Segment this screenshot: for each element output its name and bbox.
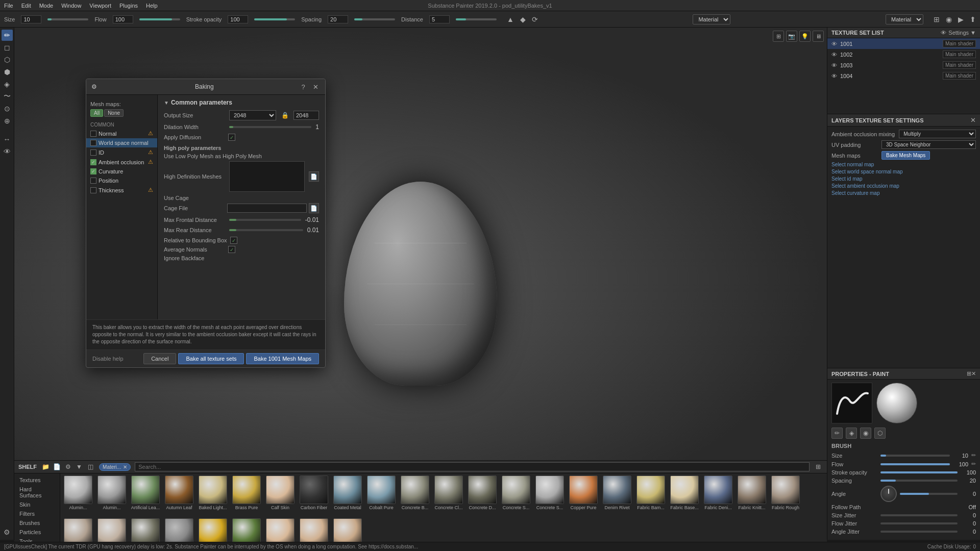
blend-mode-select[interactable]: Multiply — [899, 130, 976, 138]
shelf-material-24[interactable]: Fabric Suit... — [130, 518, 161, 542]
shelf-file-icon[interactable]: 📄 — [52, 462, 61, 471]
vp-icon-display[interactable]: 🖥 — [813, 31, 824, 42]
menu-help[interactable]: Help — [146, 3, 158, 9]
map-item-curvature[interactable]: ✓ Curvature — [86, 167, 157, 176]
dilation-slider[interactable] — [229, 126, 311, 128]
pp-brush-icon[interactable]: ✏ — [831, 428, 843, 439]
thick-checkbox[interactable] — [90, 187, 96, 193]
flow-slider[interactable] — [139, 18, 180, 20]
shelf-filter-close[interactable]: ✕ — [123, 464, 127, 470]
shelf-folder-icon[interactable]: 📁 — [41, 462, 50, 471]
stroke-opacity-slider[interactable] — [254, 18, 295, 20]
menu-mode[interactable]: Mode — [39, 3, 54, 9]
spacing-slider[interactable] — [354, 18, 395, 20]
shelf-material-17[interactable]: Fabric Bam... — [635, 475, 667, 516]
shelf-material-14[interactable]: Concrete S... — [534, 475, 566, 516]
common-params-header[interactable]: ▼ Common parameters — [164, 99, 319, 106]
spacing-input[interactable] — [328, 15, 348, 23]
ao-checkbox[interactable]: ✓ — [90, 159, 96, 165]
shelf-material-28[interactable]: Human Bac... — [264, 518, 296, 542]
tool-smudge[interactable]: 〜 — [2, 91, 13, 102]
shelf-material-7[interactable]: Carbon Fiber — [298, 475, 330, 516]
pp-close-icon[interactable]: ✕ — [971, 370, 976, 377]
pp-material-icon[interactable]: ◉ — [860, 428, 871, 439]
size-input[interactable] — [21, 15, 41, 23]
tool-material[interactable]: ◈ — [2, 79, 13, 90]
normal-checkbox[interactable] — [90, 131, 96, 137]
menu-plugins[interactable]: Plugins — [119, 3, 138, 9]
bake-mesh-maps-btn[interactable]: Bake Mesh Maps — [881, 151, 930, 160]
baking-help-btn[interactable]: ? — [299, 82, 308, 91]
viewport-dropdown-left[interactable]: Material — [693, 14, 730, 24]
tool-settings[interactable]: ⚙ — [2, 527, 13, 538]
shelf-nav-tools[interactable]: Tools — [14, 537, 60, 542]
tool-eraser[interactable]: ◻ — [2, 42, 13, 53]
tsl-eye-icon[interactable]: 👁 — [941, 30, 946, 36]
output-size-input2[interactable] — [293, 111, 319, 120]
tsl-item-1003[interactable]: 👁 1003 Main shader — [827, 60, 980, 70]
shelf-nav-particles[interactable]: Particles — [14, 528, 60, 537]
shelf-material-22[interactable]: Fabric Rou... — [62, 518, 94, 542]
uv-padding-select[interactable]: 3D Space Neighbor — [881, 140, 976, 149]
shelf-nav-textures[interactable]: Textures — [14, 475, 60, 485]
tsl-settings-btn[interactable]: Settings ▼ — [948, 30, 976, 36]
output-size-select[interactable]: 2048 — [229, 110, 276, 120]
brush-spacing-slider[interactable] — [880, 480, 958, 482]
apply-diffusion-checkbox[interactable]: ✓ — [228, 134, 235, 141]
shelf-material-18[interactable]: Fabric Base... — [669, 475, 700, 516]
tool-paint[interactable]: ✏ — [2, 30, 13, 41]
shelf-nav-filters[interactable]: Filters — [14, 509, 60, 518]
tool-clone[interactable]: ⊕ — [2, 115, 13, 127]
shelf-material-16[interactable]: Denim Rivet — [601, 475, 633, 516]
shelf-material-27[interactable]: Ground Gra... — [231, 518, 262, 542]
shelf-material-6[interactable]: Calf Skin — [264, 475, 296, 516]
flow-jitter-slider[interactable] — [880, 522, 958, 524]
cage-file-input[interactable] — [227, 204, 307, 213]
shelf-nav-hard-surfaces[interactable]: Hard Surfaces — [14, 485, 60, 500]
shelf-material-21[interactable]: Fabric Rough — [770, 475, 801, 516]
angle-jitter-slider[interactable] — [880, 531, 958, 533]
shelf-material-10[interactable]: Concrete B... — [399, 475, 431, 516]
shelf-filter-icon[interactable]: ▼ — [75, 462, 84, 471]
stroke-opacity-input[interactable] — [228, 15, 248, 23]
wsn-checkbox[interactable] — [90, 140, 96, 146]
avg-normals-checkbox[interactable]: ✓ — [228, 246, 235, 253]
lts-close-btn[interactable]: ✕ — [970, 116, 976, 124]
tool-eye[interactable]: 👁 — [2, 146, 13, 157]
shelf-material-23[interactable]: Fabric Soft... — [96, 518, 128, 542]
shelf-material-5[interactable]: Brass Pure — [231, 475, 262, 516]
map-item-position[interactable]: Position — [86, 176, 157, 185]
size-slider[interactable] — [47, 18, 88, 20]
shelf-material-30[interactable]: Human Bu... — [332, 518, 363, 542]
pp-alpha-icon[interactable]: ◈ — [846, 428, 857, 439]
select-ao-link[interactable]: Select ambient occlusion map — [831, 183, 976, 189]
shelf-settings-icon[interactable]: ⚙ — [63, 462, 72, 471]
toolbar-icon-export[interactable]: ⬆ — [970, 15, 976, 23]
map-item-ao[interactable]: ✓ Ambient occlusion ⚠ — [86, 157, 157, 167]
tool-projection[interactable]: ⬡ — [2, 54, 13, 65]
shelf-material-19[interactable]: Fabric Deni... — [702, 475, 734, 516]
distance-slider[interactable] — [456, 18, 497, 20]
pos-checkbox[interactable] — [90, 178, 96, 184]
shelf-material-15[interactable]: Copper Pure — [568, 475, 599, 516]
shelf-material-9[interactable]: Cobalt Pure — [365, 475, 397, 516]
tool-measure[interactable]: ↔ — [2, 134, 13, 145]
brush-flow-edit[interactable]: ✏ — [971, 461, 976, 467]
shelf-material-4[interactable]: Baked Light... — [197, 475, 229, 516]
shelf-hide-icon[interactable]: ◫ — [86, 462, 95, 471]
pp-expand-icon[interactable]: ⊞ — [967, 370, 971, 377]
map-item-normal[interactable]: Normal ⚠ — [86, 129, 157, 138]
shelf-material-12[interactable]: Concrete D... — [467, 475, 498, 516]
shelf-material-29[interactable]: Human Bell... — [298, 518, 330, 542]
tool-polygon-fill[interactable]: ⬢ — [2, 66, 13, 78]
id-checkbox[interactable] — [90, 149, 96, 156]
shelf-grid-icon[interactable]: ⊞ — [814, 462, 823, 471]
brush-flow-slider[interactable] — [880, 463, 950, 465]
cage-file-btn[interactable]: 📄 — [309, 203, 319, 213]
menu-file[interactable]: File — [4, 3, 13, 9]
relative-bb-checkbox[interactable]: ✓ — [230, 237, 237, 244]
curv-checkbox[interactable]: ✓ — [90, 168, 96, 174]
select-normal-link[interactable]: Select normal map — [831, 162, 976, 167]
disable-help-btn[interactable]: Disable help — [92, 356, 124, 362]
toolbar-icon-video[interactable]: ▶ — [958, 15, 964, 23]
